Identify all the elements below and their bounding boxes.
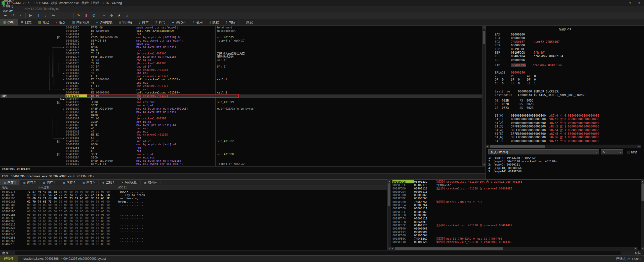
disasm-row[interactable]: 00401364.C3ret [0,33,482,36]
stop-button[interactable]: × [17,12,24,18]
tab-script[interactable]: ƒ脚本 [136,19,152,25]
disasm-row[interactable]: 004013B7.C3ret [0,150,482,153]
tab-symbols[interactable]: Σ符号 [152,19,169,25]
argument-row[interactable]: 2: [esp+8] 00401128 <crackme2.sub_401128… [488,160,640,163]
tab-threads[interactable]: ∥线程 [206,19,222,25]
dump-row[interactable]: 004021FE00000000000000000000000000000000… [0,216,387,220]
flags-row[interactable]: CF0TF0IF1 [495,82,640,85]
settings-button[interactable]: ☼ [123,12,131,18]
stack-row[interactable]: 0019FE1000401128返回到 crackme2.sub_401128 … [391,240,641,244]
run-to-cursor-button[interactable]: → [65,12,72,18]
st-register-row[interactable]: ST(4)3FFF8000000000000000x87r4 空 1.00000… [495,128,640,132]
dump-tab-struct[interactable]: ▣结构体 [141,180,161,185]
lock-checkbox[interactable] [627,151,630,154]
dump-row[interactable]: 004021DE00000000000000000000000000000000… [0,210,387,213]
dump-row[interactable]: 0040227E00000000000000000000000000000000… [0,243,387,246]
step-over-button[interactable]: ↪ [50,12,57,18]
stack-row[interactable]: 0019FDE074D647AB返回到 user32.74D647AB 自 ??… [391,200,641,204]
segment-row[interactable]: GS002BFS0053 [495,99,640,102]
st-register-row[interactable]: ST(6)3FFF8000000000000000x87r6 空 1.00000… [495,136,640,139]
register-row[interactable]: EDX00000000 [495,44,640,47]
graph-button[interactable]: ◆ [108,12,115,18]
register-row[interactable]: EAX00000000 [495,33,640,36]
disasm-row[interactable]: 0040135F.E8 A6000000call <JMP.&MessageBo… [0,29,482,33]
argument-row[interactable]: 4: [esp+10] 00000066 [488,167,640,170]
argument-row[interactable]: 5: [esp+14] 0019FE08 [488,170,640,173]
dump-row[interactable]: 0040223E00000000000000000000000000000000… [0,230,387,233]
dump-tab-memory-1[interactable]: ▦内存 1 [0,180,20,185]
scrollbar-thumb[interactable] [483,31,485,44]
menu-item-trace[interactable]: 跟踪(T) [0,3,18,9]
calling-convention-select[interactable]: 默认 (stdcall) ▾ [488,149,599,154]
scroll-right-icon[interactable]: ► [637,145,641,148]
stack-row[interactable]: 0019FDDC0019FE08 [391,197,641,200]
favorites-button[interactable]: ★ [115,12,123,18]
register-row[interactable]: ESP0019FDC8&"h-!@" [495,51,640,54]
disasm-row[interactable]: =004013B8.33FFxor edi,edisub_4013B8 [0,153,482,156]
register-row[interactable]: EDI00000006 [495,58,640,62]
register-row[interactable]: LastError00000000 (ERROR_SUCCESS) [495,90,640,93]
dump-tab-memory-3[interactable]: ▦内存 3 [39,180,59,185]
disasm-row[interactable]: 004013A7.74 08je crackme2.4013B1 [0,117,482,120]
tab-handles[interactable]: ¶句柄 [222,19,239,25]
stack-row[interactable]: 0019FDD800000066 [391,193,641,197]
dump-tab-memory-4[interactable]: ▦内存 4 [59,180,79,185]
dump-row[interactable]: 0040225E00000000000000000000000000000000… [0,236,387,239]
stack-row[interactable]: 0019FDF000000000 [391,214,641,217]
disasm-row[interactable]: 004013B6.C3ret [0,146,482,150]
tab-breakpoints[interactable]: ●断点 [52,19,69,25]
command-input[interactable] [15,251,621,255]
hide-fpu-button[interactable]: 隐藏FPU [486,27,644,31]
register-row[interactable]: EBX00000000 [495,36,640,40]
disasm-row[interactable]: 004013C2.8B7424 04mov esi,dword ptr ss:[… [0,162,482,166]
disasm-row[interactable]: 00401391.E8 03000000call <crackme2.sub_4… [0,91,482,94]
open-file-button[interactable]: ▰ [2,12,9,18]
disasm-row[interactable]: 00401377.FE05 18214000inc byte ptr ds:[4… [0,55,482,59]
stack-row[interactable]: 0019FDFC00401128返回到 crackme2.sub_401128 … [391,224,641,227]
register-row[interactable]: LastStatusC0000034 (STATUS_OBJECT_NAME_N… [495,93,640,97]
stack-row[interactable]: 0019FE0C74D452AC返回到 user32.74D452AC 自 us… [391,237,641,240]
register-row[interactable]: ESI00402184crackme2.00402184 [495,54,640,58]
segment-row[interactable]: CS0023SS002B [495,106,640,110]
dump-row[interactable]: 0040221E00000000000000000000000000000000… [0,223,387,226]
dump-row[interactable]: 0040226E00000000000000000000000000000000… [0,239,387,243]
stack-row[interactable]: 0019FDE800000111 [391,207,641,210]
command-profile-select[interactable]: 默认 [631,251,641,255]
dump-row[interactable]: 0040220E00000000000000000000000000000000… [0,220,387,223]
st-register-row[interactable]: ST(5)3FFE8000000000000000x87r5 空 0.50000… [495,132,640,136]
stack-row[interactable]: 0019FDEC00000066 [391,210,641,214]
st-register-row[interactable]: ST(2)00000000000000000000x87r2 空 0.00000… [495,121,640,125]
menu-item-debug[interactable]: 调试(D) [0,0,18,3]
stack-row[interactable]: 0019FDD400000111 [391,190,641,193]
dump-row[interactable]: 004021EE00000000000000000000000000000000… [0,213,387,216]
flags-row[interactable]: OF0SF0DF0 [495,78,640,81]
scrollbar-thumb[interactable] [490,145,545,148]
st-register-row[interactable]: ST(0)00000000000000000000x87r0 空 0.00000… [495,114,640,117]
breakpoint-button[interactable]: ● [100,12,108,18]
flags-row[interactable]: ZF1PF1AF0 [495,74,640,78]
dump-row[interactable]: 0040219E206D6521004D657373696E675F696E5F… [0,197,387,200]
minimize-button[interactable]: ─ [615,0,625,6]
tab-log[interactable]: ≣日志 [18,19,35,25]
disasm-row[interactable]: 004013AD.46inc esi [0,127,482,130]
tab-notes[interactable]: ▤笔记 [35,19,52,25]
stack-row[interactable]: 0019FDCC0040217E"|W@G\\X" [391,183,641,187]
disasm-row[interactable]: 004013A9.32D9xor bl,cl [0,120,482,124]
tab-seh[interactable]: §SEH链 [116,19,136,25]
disasm-row[interactable]: 004013BA.33C9xor ecx,ecx [0,156,482,159]
stack-row[interactable]: 0019FE080019FE64 [391,234,641,237]
dump-tab-watch-1[interactable]: ◉监视 1 [99,180,118,185]
stack-row[interactable]: 0019FDF8DCBAABCD [391,220,641,224]
register-row[interactable]: ECX74D50167user32.74D50167 [495,40,640,44]
tab-cpu[interactable]: ▦CPU [0,19,18,25]
lock-option[interactable]: 解锁 [627,150,637,154]
search-button[interactable]: ⊙ [90,12,98,18]
stack-row[interactable]: 0019FE0400000000 [391,230,641,234]
tab-references[interactable]: ↗引用 [189,19,206,25]
st-register-row[interactable]: ST(7)00000000000000000000x87r7 空 0.00000… [495,139,640,143]
disasm-row[interactable]: =00401365.C605 18214000 00mov byte ptr d… [0,36,482,39]
segment-row[interactable]: ES002BDS002B [495,102,640,106]
dump-row[interactable]: 0040217E7C5740475C5800000000000000000000… [0,190,387,193]
scroll-up-icon[interactable]: ▲ [641,179,644,183]
disassembly-scrollbar[interactable]: ▲ ▼ [482,26,486,166]
